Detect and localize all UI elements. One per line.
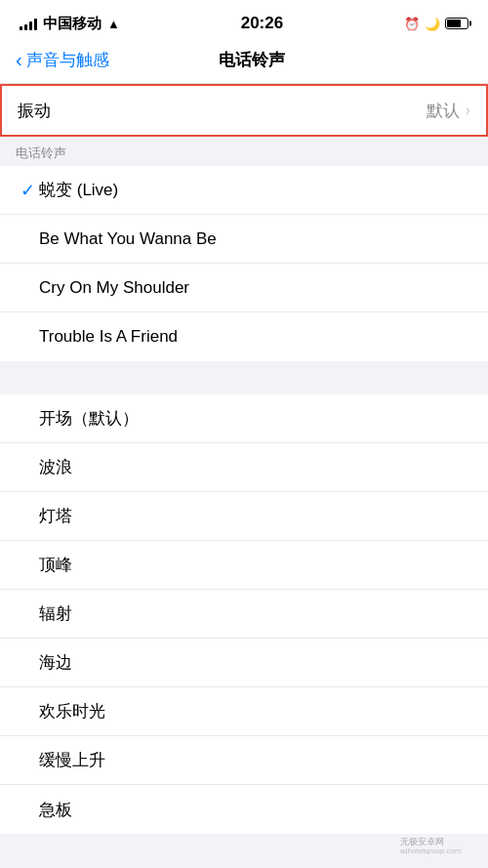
ringtone-item-3[interactable]: Trouble Is A Friend xyxy=(0,312,488,361)
system-tone-name: 辐射 xyxy=(39,602,472,625)
back-button[interactable]: ‹ 声音与触感 xyxy=(16,49,109,71)
system-tone-7[interactable]: 缓慢上升 xyxy=(0,736,488,785)
status-bar: 中国移动 ▲ 20:26 ⏰ 🌙 xyxy=(0,0,488,41)
system-tone-name: 灯塔 xyxy=(39,505,472,527)
system-tone-4[interactable]: 辐射 xyxy=(0,590,488,639)
svg-text:无极安卓网: 无极安卓网 xyxy=(400,837,444,847)
section-divider xyxy=(0,361,488,394)
carrier-label: 中国移动 xyxy=(43,15,102,33)
back-chevron-icon: ‹ xyxy=(16,50,22,69)
back-label: 声音与触感 xyxy=(26,49,109,71)
vibration-chevron-icon: › xyxy=(466,102,470,119)
vibration-value: 默认 xyxy=(427,100,460,122)
wifi-icon: ▲ xyxy=(107,17,120,31)
vibration-right: 默认 › xyxy=(427,100,470,122)
system-tone-name: 顶峰 xyxy=(39,554,472,576)
system-tone-name: 欢乐时光 xyxy=(39,700,472,723)
status-right: ⏰ 🌙 xyxy=(404,17,468,31)
nav-title: 电话铃声 xyxy=(219,49,285,71)
system-tone-1[interactable]: 波浪 xyxy=(0,443,488,492)
system-tone-3[interactable]: 顶峰 xyxy=(0,541,488,590)
ringtone-name: Cry On My Shoulder xyxy=(39,278,472,298)
ringtone-item-1[interactable]: Be What You Wanna Be xyxy=(0,215,488,264)
system-tone-6[interactable]: 欢乐时光 xyxy=(0,687,488,736)
ringtone-name: Be What You Wanna Be xyxy=(39,229,472,249)
time-display: 20:26 xyxy=(241,14,283,33)
ringtone-name: Trouble Is A Friend xyxy=(39,327,472,347)
system-tone-2[interactable]: 灯塔 xyxy=(0,492,488,541)
system-tone-name: 海边 xyxy=(39,651,472,674)
alarm-icon: ⏰ xyxy=(404,17,420,31)
watermark: 无极安卓网 wjhotelgroup.com xyxy=(400,825,478,858)
nav-bar: ‹ 声音与触感 电话铃声 xyxy=(0,41,488,84)
system-tone-name: 开场（默认） xyxy=(39,407,472,430)
system-tones-list: 开场（默认） 波浪 灯塔 顶峰 辐射 海边 欢乐时光 缓慢上升 急板 xyxy=(0,394,488,834)
svg-text:wjhotelgroup.com: wjhotelgroup.com xyxy=(400,847,462,854)
battery-icon xyxy=(445,18,468,29)
do-not-disturb-icon: 🌙 xyxy=(425,17,440,31)
vibration-section: 振动 默认 › xyxy=(2,86,486,135)
vibration-section-outlined: 振动 默认 › xyxy=(0,84,488,137)
ringtone-name: 蜕变 (Live) xyxy=(39,179,472,201)
ringtone-list: ✓ 蜕变 (Live) Be What You Wanna Be Cry On … xyxy=(0,166,488,361)
ringtone-item-0[interactable]: ✓ 蜕变 (Live) xyxy=(0,166,488,215)
signal-icon xyxy=(20,17,37,30)
system-tone-name: 急板 xyxy=(39,799,472,821)
vibration-label: 振动 xyxy=(18,100,51,122)
system-tone-name: 波浪 xyxy=(39,456,472,478)
status-left: 中国移动 ▲ xyxy=(20,15,120,33)
system-tone-name: 缓慢上升 xyxy=(39,749,472,771)
ringtone-item-2[interactable]: Cry On My Shoulder xyxy=(0,264,488,312)
system-tone-0[interactable]: 开场（默认） xyxy=(0,394,488,443)
checkmark-icon: ✓ xyxy=(16,180,39,201)
vibration-cell[interactable]: 振动 默认 › xyxy=(2,86,486,135)
system-tone-5[interactable]: 海边 xyxy=(0,639,488,687)
ringtone-section-label: 电话铃声 xyxy=(0,137,488,166)
